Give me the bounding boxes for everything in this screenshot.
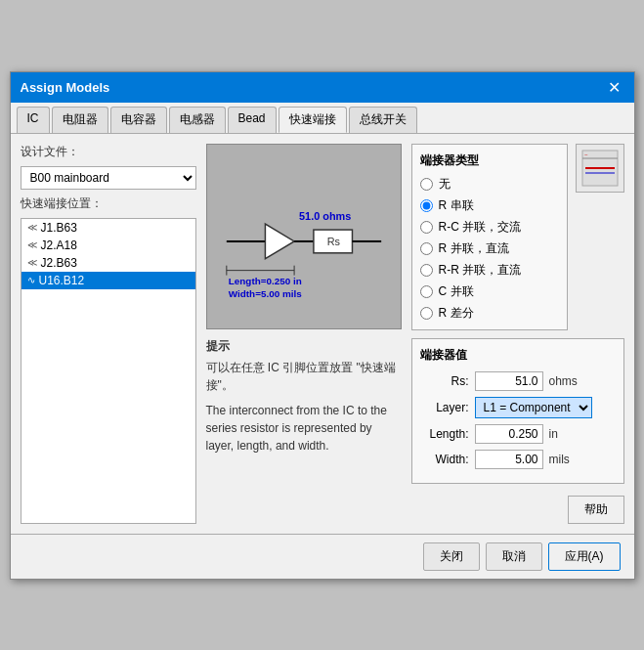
- apply-button[interactable]: 应用(A): [548, 542, 621, 571]
- diagram-box: Rs 51.0 ohms Length=0.250 in Width=5.00 …: [206, 144, 402, 329]
- layer-select[interactable]: L1 = Component: [475, 397, 592, 418]
- radio-r-series: R 串联: [420, 197, 559, 214]
- wave-icon: ≪: [27, 239, 37, 250]
- rs-label: Rs:: [420, 374, 469, 388]
- width-label: Width:: [420, 453, 469, 466]
- radio-r-diff-input[interactable]: [420, 307, 433, 320]
- close-icon[interactable]: ✕: [604, 78, 624, 97]
- hint-section: 提示 可以在任意 IC 引脚位置放置 "快速端接"。 The interconn…: [206, 337, 402, 455]
- tab-resistor[interactable]: 电阻器: [52, 107, 108, 133]
- length-unit: in: [549, 427, 558, 441]
- wave-icon: ≪: [27, 257, 37, 268]
- rs-unit: ohms: [549, 374, 578, 388]
- tab-busswitch[interactable]: 总线开关: [349, 107, 417, 133]
- svg-text:Rs: Rs: [326, 235, 340, 246]
- main-content: 设计文件： B00 mainboard 快速端接位置： ≪ J1.B63 ≪ J…: [11, 134, 634, 534]
- hint-body: 可以在任意 IC 引脚位置放置 "快速端接"。: [206, 359, 402, 394]
- tab-bead[interactable]: Bead: [228, 107, 277, 133]
- bottom-bar: 关闭 取消 应用(A): [11, 534, 634, 579]
- radio-rr-dc-input[interactable]: [420, 264, 433, 277]
- length-input[interactable]: [475, 424, 543, 444]
- left-panel: 设计文件： B00 mainboard 快速端接位置： ≪ J1.B63 ≪ J…: [21, 144, 196, 524]
- svg-text:Width=5.00 mils: Width=5.00 mils: [228, 288, 301, 299]
- help-button[interactable]: 帮助: [568, 496, 624, 524]
- connector-type-title: 端接器类型: [420, 152, 559, 169]
- radio-rc-ac: R-C 并联，交流: [420, 219, 559, 236]
- radio-rc-ac-input[interactable]: [420, 221, 433, 234]
- location-list: ≪ J1.B63 ≪ J2.A18 ≪ J2.B63 ∿ U16.B12: [21, 218, 196, 524]
- length-row: Length: in: [420, 424, 616, 444]
- model-image: ~: [576, 144, 624, 193]
- wave-icon: ≪: [27, 222, 37, 233]
- list-item-selected[interactable]: ∿ U16.B12: [21, 272, 195, 289]
- list-item[interactable]: ≪ J2.B63: [21, 254, 195, 272]
- radio-r-series-input[interactable]: [420, 199, 433, 212]
- hint-title: 提示: [206, 337, 402, 355]
- right-top: 端接器类型 无 R 串联 R-C 并联，交流: [411, 144, 624, 330]
- width-input[interactable]: [475, 450, 543, 469]
- tab-quickterm[interactable]: 快速端接: [279, 107, 347, 133]
- circuit-diagram: Rs 51.0 ohms Length=0.250 in Width=5.00 …: [207, 145, 401, 328]
- design-file-label: 设计文件：: [21, 144, 196, 160]
- hint-body2: The interconnect from the IC to the seri…: [206, 402, 402, 455]
- width-row: Width: mils: [420, 450, 616, 469]
- svg-text:~: ~: [584, 152, 588, 157]
- model-icon: ~: [580, 149, 620, 188]
- radio-none: 无: [420, 176, 559, 193]
- wave-icon: ∿: [27, 275, 35, 285]
- rs-row: Rs: ohms: [420, 371, 616, 391]
- radio-c-parallel-input[interactable]: [420, 285, 433, 298]
- right-panel: 端接器类型 无 R 串联 R-C 并联，交流: [411, 144, 624, 524]
- tab-bar: IC 电阻器 电容器 电感器 Bead 快速端接 总线开关: [11, 103, 634, 134]
- close-button[interactable]: 关闭: [423, 542, 480, 571]
- svg-text:51.0 ohms: 51.0 ohms: [299, 210, 351, 222]
- radio-r-dc-input[interactable]: [420, 242, 433, 255]
- connector-type-box: 端接器类型 无 R 串联 R-C 并联，交流: [411, 144, 568, 330]
- location-label: 快速端接位置：: [21, 195, 196, 212]
- tab-capacitor[interactable]: 电容器: [110, 107, 167, 133]
- tab-inductor[interactable]: 电感器: [169, 107, 226, 133]
- layer-label: Layer:: [420, 401, 469, 414]
- tab-ic[interactable]: IC: [17, 107, 50, 133]
- radio-c-parallel: C 并联: [420, 283, 559, 300]
- dialog-title: Assign Models: [21, 80, 110, 95]
- title-bar: Assign Models ✕: [11, 72, 634, 103]
- radio-none-input[interactable]: [420, 178, 433, 191]
- svg-text:Length=0.250 in: Length=0.250 in: [228, 276, 301, 286]
- list-item[interactable]: ≪ J2.A18: [21, 237, 195, 254]
- list-item[interactable]: ≪ J1.B63: [21, 219, 195, 237]
- radio-r-diff: R 差分: [420, 305, 559, 322]
- svg-rect-0: [207, 145, 401, 328]
- radio-r-dc: R 并联，直流: [420, 240, 559, 257]
- length-label: Length:: [420, 427, 469, 441]
- rs-input[interactable]: [475, 371, 543, 391]
- cancel-button[interactable]: 取消: [486, 542, 542, 571]
- connector-value-box: 端接器值 Rs: ohms Layer: L1 = Component Leng…: [411, 338, 624, 484]
- connector-value-title: 端接器值: [420, 347, 616, 364]
- middle-panel: Rs 51.0 ohms Length=0.250 in Width=5.00 …: [206, 144, 402, 524]
- layer-row: Layer: L1 = Component: [420, 397, 616, 418]
- assign-models-dialog: Assign Models ✕ IC 电阻器 电容器 电感器 Bead 快速端接…: [10, 71, 635, 580]
- design-file-select[interactable]: B00 mainboard: [21, 166, 196, 190]
- width-unit: mils: [549, 453, 570, 466]
- radio-rr-dc: R-R 并联，直流: [420, 262, 559, 279]
